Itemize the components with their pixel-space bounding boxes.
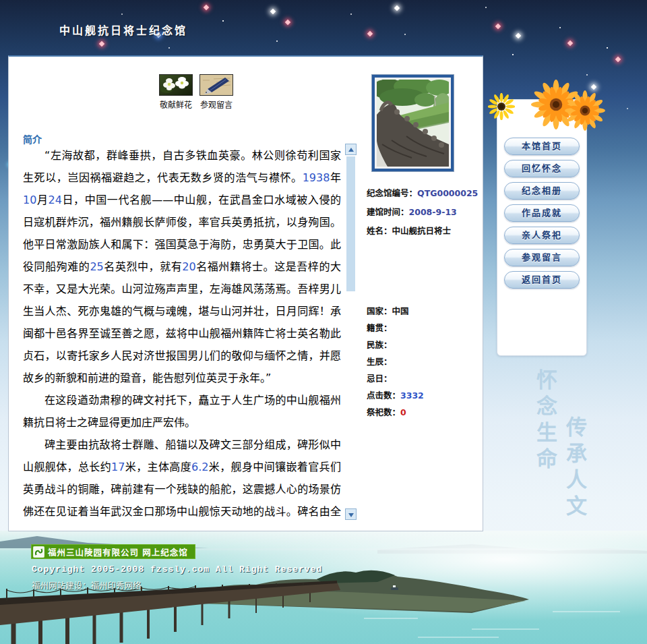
field-death-date: 忌日： [367, 372, 481, 388]
field-founded-date: 建馆时间：2008-9-13 [367, 205, 481, 224]
field-ethnicity: 民族： [367, 338, 481, 355]
intro-paragraph: 在这段遒劲肃穆的碑文衬托下，矗立于人生广场的中山舰福州籍抗日将士之碑显得更加庄严… [23, 389, 341, 434]
star-icon [204, 5, 209, 10]
scroll-up-button[interactable] [345, 144, 357, 155]
offer-flowers-button[interactable]: 敬献鲜花 [157, 74, 195, 110]
photo-mat [375, 78, 451, 169]
star-icon [591, 84, 596, 90]
page-title: 中山舰抗日将士纪念馆 [59, 22, 187, 38]
sidebar-item-works[interactable]: 作品成就 [504, 204, 580, 222]
field-hit-count: 点击数：3332 [367, 388, 481, 405]
field-name: 姓名：中山舰抗日将士 [367, 224, 481, 243]
memorial-photo [371, 74, 454, 172]
star-icon [394, 5, 400, 11]
scrollbar-thumb[interactable] [346, 156, 355, 291]
calligraphy-pass-on-culture: 传承人文 [560, 416, 590, 521]
company-link-bar[interactable]: 福州三山陵园有限公司 网上纪念馆 [31, 544, 195, 559]
cemetery-logo-icon [33, 546, 44, 558]
company-bar-text: 福州三山陵园有限公司 网上纪念馆 [48, 546, 188, 558]
triangle-up-icon [348, 148, 354, 152]
star-icon [516, 33, 521, 38]
memorial-fields-bottom: 国家：中国 籍贯： 民族： 生辰： 忌日： 点击数：3332 祭祀数：0 [367, 304, 481, 422]
sidebar-item-back[interactable]: 返回首页 [504, 271, 580, 289]
intro-heading: 简介 [23, 132, 42, 146]
field-birth-date: 生辰： [367, 355, 481, 372]
flower-photo-icon [159, 74, 193, 96]
pen-photo-icon [199, 74, 233, 96]
sidebar-item-album[interactable]: 纪念相册 [504, 182, 580, 200]
intro-paragraph: “左海故都，群峰垂拱，自古多铁血英豪。林公则徐苟利国家生死以，岂因祸福避趋之，代… [23, 144, 341, 389]
intro-paragraph: 碑主要由抗敌将士群雕、船锚以及碑文三部分组成，碑形似中山舰舰体，总长约17米，主… [23, 434, 341, 520]
star-icon [285, 20, 290, 25]
field-country: 国家：中国 [367, 304, 481, 321]
site-builder-link[interactable]: 福州网站建设：福州印秀网络 [32, 579, 142, 591]
star-icon [270, 9, 276, 14]
sidebar-item-memories[interactable]: 回忆怀念 [504, 160, 580, 177]
calligraphy-remember-life: 怀念生命 [530, 369, 561, 474]
main-content-panel: 敬献鲜花 参观留言 [8, 55, 483, 531]
triangle-down-icon [348, 513, 354, 517]
copyright-text: Copyright 2005-2008 fzssly.com All Right… [32, 564, 322, 575]
sidebar-nav-panel: 本馆首页 回忆怀念 纪念相册 作品成就 亲人祭祀 参观留言 返回首页 [497, 99, 587, 356]
scroll-down-button[interactable] [345, 508, 357, 520]
star-icon [367, 31, 373, 36]
star-icon [615, 57, 621, 62]
stars-decoration [0, 0, 1, 1]
star-icon [567, 40, 573, 46]
sidebar-item-guestbook[interactable]: 参观留言 [504, 249, 580, 266]
sidebar-item-home[interactable]: 本馆首页 [504, 138, 580, 155]
field-native-place: 籍贯： [367, 321, 481, 338]
field-worship-count: 祭祀数：0 [367, 405, 481, 422]
field-memorial-id: 纪念馆编号：QTG0000025 [367, 186, 481, 205]
memorial-fields-top: 纪念馆编号：QTG0000025 建馆时间：2008-9-13 姓名：中山舰抗日… [367, 186, 481, 243]
offer-flowers-label: 敬献鲜花 [157, 98, 195, 110]
sidebar-item-worship[interactable]: 亲人祭祀 [504, 227, 580, 244]
visitor-message-button[interactable]: 参观留言 [197, 74, 235, 110]
visitor-message-label: 参观留言 [197, 98, 235, 110]
star-icon [99, 41, 104, 47]
sculpture-photo-image [377, 80, 449, 167]
intro-text: “左海故都，群峰垂拱，自古多铁血英豪。林公则徐苟利国家生死以，岂因祸福避趋之，代… [23, 144, 341, 520]
star-icon [495, 24, 501, 29]
